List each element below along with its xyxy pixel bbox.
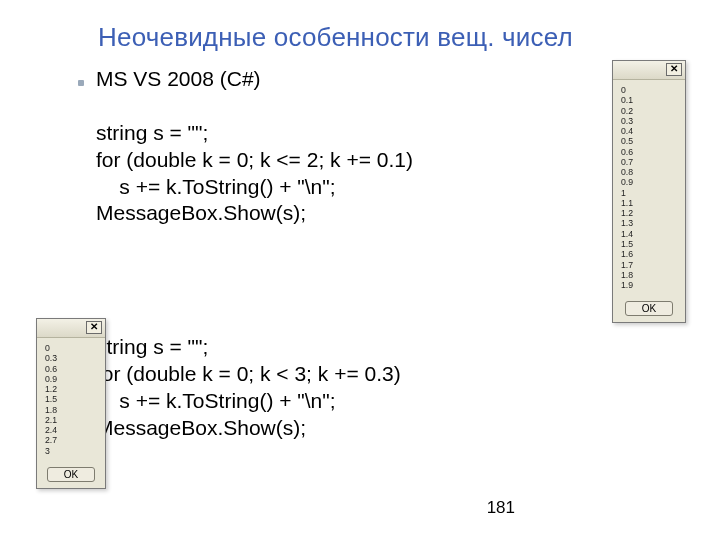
messagebox-output-left: 0 0.3 0.6 0.9 1.2 1.5 1.8 2.1 2.4 2.7 3 [45,343,97,456]
bullet-marker [78,80,84,86]
messagebox-right: ✕ 0 0.1 0.2 0.3 0.4 0.5 0.6 0.7 0.8 0.9 … [612,60,686,323]
ok-button[interactable]: OK [625,301,673,316]
close-icon[interactable]: ✕ [666,63,682,76]
code-block-top: MS VS 2008 (C#) string s = ""; for (doub… [96,66,413,227]
code-block-bottom: string s = ""; for (double k = 0; k < 3;… [96,334,401,442]
slide-title: Неочевидные особенности вещ. чисел [98,22,573,53]
messagebox-titlebar: ✕ [37,319,105,338]
close-icon[interactable]: ✕ [86,321,102,334]
ok-button[interactable]: OK [47,467,95,482]
messagebox-left: ✕ 0 0.3 0.6 0.9 1.2 1.5 1.8 2.1 2.4 2.7 … [36,318,106,489]
messagebox-titlebar: ✕ [613,61,685,80]
page-number: 181 [487,498,515,518]
messagebox-output-right: 0 0.1 0.2 0.3 0.4 0.5 0.6 0.7 0.8 0.9 1 … [621,85,677,290]
